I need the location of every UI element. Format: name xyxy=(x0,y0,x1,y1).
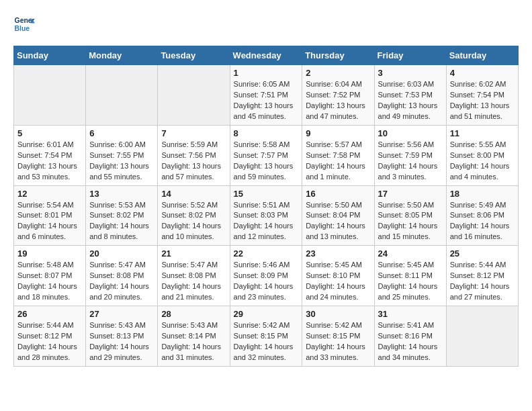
day-info: Sunrise: 5:50 AM Sunset: 8:04 PM Dayligh… xyxy=(306,200,370,243)
day-info: Sunrise: 5:58 AM Sunset: 7:57 PM Dayligh… xyxy=(234,140,299,183)
day-number: 17 xyxy=(378,189,443,199)
day-info: Sunrise: 5:54 AM Sunset: 8:01 PM Dayligh… xyxy=(17,200,82,243)
day-number: 16 xyxy=(306,189,370,199)
calendar-cell: 2Sunrise: 6:04 AM Sunset: 7:52 PM Daylig… xyxy=(302,65,374,126)
day-number: 25 xyxy=(450,248,515,259)
calendar-cell: 18Sunrise: 5:49 AM Sunset: 8:06 PM Dayli… xyxy=(446,185,518,246)
day-info: Sunrise: 6:03 AM Sunset: 7:53 PM Dayligh… xyxy=(378,79,443,122)
day-number: 9 xyxy=(306,128,370,138)
calendar-cell xyxy=(158,65,230,126)
day-of-week-header: Sunday xyxy=(14,46,86,65)
day-number: 8 xyxy=(234,128,299,138)
day-of-week-header: Friday xyxy=(374,46,446,65)
calendar-cell xyxy=(86,65,158,126)
day-number: 29 xyxy=(234,309,299,319)
calendar-cell: 27Sunrise: 5:43 AM Sunset: 8:13 PM Dayli… xyxy=(86,306,158,367)
calendar-week-row: 26Sunrise: 5:44 AM Sunset: 8:12 PM Dayli… xyxy=(14,306,519,367)
day-of-week-header: Wednesday xyxy=(230,46,302,65)
day-info: Sunrise: 6:00 AM Sunset: 7:55 PM Dayligh… xyxy=(89,140,154,183)
calendar-cell: 25Sunrise: 5:44 AM Sunset: 8:12 PM Dayli… xyxy=(446,246,518,306)
day-info: Sunrise: 5:44 AM Sunset: 8:12 PM Dayligh… xyxy=(17,320,82,363)
calendar-cell: 11Sunrise: 5:55 AM Sunset: 8:00 PM Dayli… xyxy=(446,125,518,185)
calendar-cell: 10Sunrise: 5:56 AM Sunset: 7:59 PM Dayli… xyxy=(374,125,446,185)
calendar-cell: 14Sunrise: 5:52 AM Sunset: 8:02 PM Dayli… xyxy=(158,185,230,246)
calendar-cell: 6Sunrise: 6:00 AM Sunset: 7:55 PM Daylig… xyxy=(86,125,158,185)
day-info: Sunrise: 5:51 AM Sunset: 8:03 PM Dayligh… xyxy=(234,200,299,243)
calendar-cell: 19Sunrise: 5:48 AM Sunset: 8:07 PM Dayli… xyxy=(14,246,86,306)
calendar-cell: 22Sunrise: 5:46 AM Sunset: 8:09 PM Dayli… xyxy=(230,246,302,306)
svg-text:Blue: Blue xyxy=(15,25,30,32)
day-info: Sunrise: 5:55 AM Sunset: 8:00 PM Dayligh… xyxy=(450,140,515,183)
day-number: 10 xyxy=(378,128,443,138)
calendar-cell: 31Sunrise: 5:41 AM Sunset: 8:16 PM Dayli… xyxy=(374,306,446,367)
day-number: 18 xyxy=(450,189,515,199)
calendar-cell: 28Sunrise: 5:43 AM Sunset: 8:14 PM Dayli… xyxy=(158,306,230,367)
day-number: 30 xyxy=(306,309,370,319)
day-info: Sunrise: 5:43 AM Sunset: 8:14 PM Dayligh… xyxy=(161,320,226,363)
day-info: Sunrise: 6:04 AM Sunset: 7:52 PM Dayligh… xyxy=(306,79,370,122)
calendar-header-row: SundayMondayTuesdayWednesdayThursdayFrid… xyxy=(14,46,519,65)
day-info: Sunrise: 6:01 AM Sunset: 7:54 PM Dayligh… xyxy=(17,140,82,183)
day-info: Sunrise: 5:57 AM Sunset: 7:58 PM Dayligh… xyxy=(306,140,370,183)
calendar-cell: 16Sunrise: 5:50 AM Sunset: 8:04 PM Dayli… xyxy=(302,185,374,246)
calendar-cell: 21Sunrise: 5:47 AM Sunset: 8:08 PM Dayli… xyxy=(158,246,230,306)
calendar-cell: 9Sunrise: 5:57 AM Sunset: 7:58 PM Daylig… xyxy=(302,125,374,185)
day-info: Sunrise: 5:44 AM Sunset: 8:12 PM Dayligh… xyxy=(450,260,515,303)
calendar-week-row: 12Sunrise: 5:54 AM Sunset: 8:01 PM Dayli… xyxy=(14,185,519,246)
day-info: Sunrise: 5:52 AM Sunset: 8:02 PM Dayligh… xyxy=(161,200,226,243)
day-of-week-header: Saturday xyxy=(446,46,518,65)
day-number: 19 xyxy=(17,248,82,259)
day-number: 7 xyxy=(161,128,226,138)
day-number: 26 xyxy=(17,309,82,319)
day-number: 20 xyxy=(89,248,154,259)
day-info: Sunrise: 5:45 AM Sunset: 8:10 PM Dayligh… xyxy=(306,260,370,303)
calendar-cell: 5Sunrise: 6:01 AM Sunset: 7:54 PM Daylig… xyxy=(14,125,86,185)
day-info: Sunrise: 5:53 AM Sunset: 8:02 PM Dayligh… xyxy=(89,200,154,243)
calendar-table: SundayMondayTuesdayWednesdayThursdayFrid… xyxy=(13,46,519,367)
day-info: Sunrise: 5:48 AM Sunset: 8:07 PM Dayligh… xyxy=(17,260,82,303)
day-number: 21 xyxy=(161,248,226,259)
day-number: 28 xyxy=(161,309,226,319)
logo-icon: General Blue xyxy=(13,13,35,35)
day-info: Sunrise: 5:56 AM Sunset: 7:59 PM Dayligh… xyxy=(378,140,443,183)
calendar-week-row: 1Sunrise: 6:05 AM Sunset: 7:51 PM Daylig… xyxy=(14,65,519,126)
day-info: Sunrise: 5:59 AM Sunset: 7:56 PM Dayligh… xyxy=(161,140,226,183)
day-number: 22 xyxy=(234,248,299,259)
calendar-cell xyxy=(446,306,518,367)
day-info: Sunrise: 5:46 AM Sunset: 8:09 PM Dayligh… xyxy=(234,260,299,303)
day-number: 1 xyxy=(234,68,299,78)
day-of-week-header: Monday xyxy=(86,46,158,65)
calendar-cell: 13Sunrise: 5:53 AM Sunset: 8:02 PM Dayli… xyxy=(86,185,158,246)
calendar-cell: 30Sunrise: 5:42 AM Sunset: 8:15 PM Dayli… xyxy=(302,306,374,367)
day-info: Sunrise: 5:45 AM Sunset: 8:11 PM Dayligh… xyxy=(378,260,443,303)
calendar-week-row: 19Sunrise: 5:48 AM Sunset: 8:07 PM Dayli… xyxy=(14,246,519,306)
day-number: 23 xyxy=(306,248,370,259)
day-number: 6 xyxy=(89,128,154,138)
logo: General Blue xyxy=(13,13,35,35)
calendar-cell: 23Sunrise: 5:45 AM Sunset: 8:10 PM Dayli… xyxy=(302,246,374,306)
calendar-cell: 4Sunrise: 6:02 AM Sunset: 7:54 PM Daylig… xyxy=(446,65,518,126)
day-number: 24 xyxy=(378,248,443,259)
day-number: 12 xyxy=(17,189,82,199)
day-number: 4 xyxy=(450,68,515,78)
day-info: Sunrise: 5:41 AM Sunset: 8:16 PM Dayligh… xyxy=(378,320,443,363)
calendar-cell: 1Sunrise: 6:05 AM Sunset: 7:51 PM Daylig… xyxy=(230,65,302,126)
calendar-cell xyxy=(14,65,86,126)
day-info: Sunrise: 5:43 AM Sunset: 8:13 PM Dayligh… xyxy=(89,320,154,363)
page-header: General Blue xyxy=(13,13,519,35)
calendar-cell: 26Sunrise: 5:44 AM Sunset: 8:12 PM Dayli… xyxy=(14,306,86,367)
day-number: 2 xyxy=(306,68,370,78)
day-info: Sunrise: 5:42 AM Sunset: 8:15 PM Dayligh… xyxy=(306,320,370,363)
calendar-week-row: 5Sunrise: 6:01 AM Sunset: 7:54 PM Daylig… xyxy=(14,125,519,185)
day-number: 31 xyxy=(378,309,443,319)
calendar-cell: 29Sunrise: 5:42 AM Sunset: 8:15 PM Dayli… xyxy=(230,306,302,367)
day-info: Sunrise: 5:42 AM Sunset: 8:15 PM Dayligh… xyxy=(234,320,299,363)
day-number: 5 xyxy=(17,128,82,138)
calendar-cell: 24Sunrise: 5:45 AM Sunset: 8:11 PM Dayli… xyxy=(374,246,446,306)
day-info: Sunrise: 5:47 AM Sunset: 8:08 PM Dayligh… xyxy=(89,260,154,303)
day-number: 14 xyxy=(161,189,226,199)
day-number: 15 xyxy=(234,189,299,199)
day-number: 27 xyxy=(89,309,154,319)
day-info: Sunrise: 6:02 AM Sunset: 7:54 PM Dayligh… xyxy=(450,79,515,122)
day-info: Sunrise: 5:50 AM Sunset: 8:05 PM Dayligh… xyxy=(378,200,443,243)
